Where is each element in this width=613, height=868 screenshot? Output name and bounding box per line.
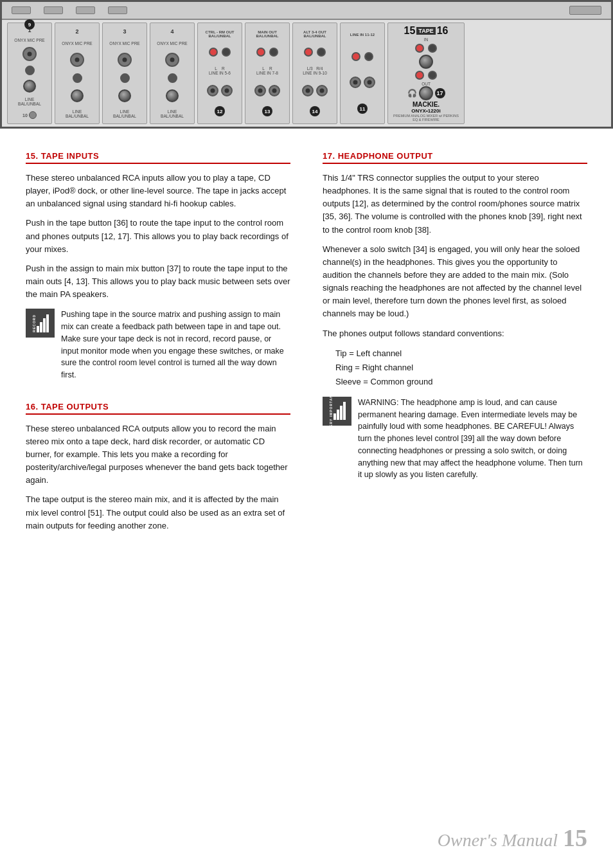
warning-icon-17: VERY IMPORTANT [323,397,351,426]
page-footer: Owner's Manual 15 [438,824,587,852]
section-16-block: 16. TAPE OUTPUTS These stereo unbalanced… [26,402,290,532]
xlr-11 [350,77,361,88]
headphone-icon: 🎧 [407,89,417,98]
section-17-warning: VERY IMPORTANT WARNING: The headphone am… [323,397,587,487]
tape-out-l [415,71,424,80]
tape-in-label: IN [424,37,429,42]
tape-in-r [428,44,437,53]
line11-rca-pair [351,52,373,61]
xlr-3 [118,53,132,67]
line11-rca-l [351,52,360,61]
main-rca-pair [256,48,278,57]
connector-1 [12,6,31,14]
section-15-warning-text: Pushing tape in the source matrix and pu… [61,309,290,381]
connector-4 [108,6,127,14]
section-17-warning-text: WARNING: The headphone amp is loud, and … [358,397,587,481]
knob-1 [23,80,36,93]
ch2-bottom-label: LINEBAL/UNBAL [66,109,89,118]
tape-out-rca [415,71,437,80]
hardware-diagram: 9 1 ONYX MIC PRE LINEBAL/UNBAL 10 2 ONYX… [0,0,613,129]
badge-14: 14 [310,106,320,116]
xlr-8 [269,85,280,96]
section-17-para3: The phones output follows standard conve… [323,327,587,340]
headphone-knob [419,86,433,100]
xlr-9 [302,85,314,96]
channel-4: 4 ONYX MIC PRE LINEBAL/UNBAL [150,23,195,124]
xlr-6 [221,85,233,96]
meter-bars-17 [333,402,346,420]
onyx-logo: ONYX•1220i [391,108,461,114]
section-16-title: 16. TAPE OUTPUTS [26,402,290,415]
badge-12: 12 [215,106,225,116]
mackie-logo: MACKIE. [391,101,461,108]
section-15-title: 15. TAPE INPUTS [26,151,290,164]
section-15-block: 15. TAPE INPUTS These stereo unbalanced … [26,151,290,388]
ch1-bottom-label: LINEBAL/UNBAL [18,97,41,106]
alt-rca-r [317,48,326,57]
content-area: 15. TAPE INPUTS These stereo unbalanced … [0,145,613,565]
tape-out-r [428,71,437,80]
knob-3 [118,89,131,102]
section-16-content: These stereo unbalanced RCA outputs allo… [26,422,290,532]
alt-rca-pair [304,48,326,57]
ring-text: Ring = Right channel [335,361,587,375]
channel-2: 2 ONYX MIC PRE LINEBAL/UNBAL [55,23,100,124]
channel-3-number: 3 [123,28,126,35]
tape-label: TAPE [416,27,435,35]
alt-out: ALT 3-4 OUTBAL/UNBAL L/3 R/4LINE IN 9-10… [292,23,337,124]
section-15-para2: Push in the tape button [36] to route th… [26,217,290,255]
badge-13: 13 [262,106,272,116]
ch3-bottom-label: LINEBAL/UNBAL [113,109,136,118]
trs-2 [73,73,82,83]
badge-17: 17 [435,88,445,98]
tape-16-num: 16 [437,25,449,37]
line11-rca-r [364,52,373,61]
section-16-para2: The tape output is the stereo main mix, … [26,493,290,532]
product-tagline: PREMIUM ANALOG MIXER w/ PERKINS EQ & FIR… [391,114,461,122]
ch4-label: ONYX MIC PRE [157,41,187,46]
xlr-2 [70,53,84,67]
main-rca-r [269,48,278,57]
main-line-label: L RLINE IN 7-8 [256,66,278,75]
xlr-10 [316,85,328,96]
channel-1: 9 1 ONYX MIC PRE LINEBAL/UNBAL 10 [7,23,52,124]
record-label: RECORD [32,314,36,332]
ch2-label: ONYX MIC PRE [62,41,92,46]
line-in-11-12: LINE IN 11-12 11 [340,23,385,124]
right-panel: 15 TAPE 16 IN OUT [387,23,465,124]
page-number: 15 [563,824,587,852]
section-17-content: This 1/4" TRS connector supplies the out… [323,172,587,487]
hardware-body: 9 1 ONYX MIC PRE LINEBAL/UNBAL 10 2 ONYX… [2,20,611,127]
channel-2-number: 2 [75,28,78,35]
rca-l [209,48,218,57]
section-16-para1: These stereo unbalanced RCA outputs allo… [26,422,290,487]
line11-12-label: LINE IN 11-12 [350,33,375,37]
channel-4-number: 4 [170,28,173,35]
top-connector-bar [2,2,611,20]
section-17-block: 17. HEADPHONE OUTPUT This 1/4" TRS conne… [323,151,587,487]
sleeve-text: Sleeve = Common ground [335,375,587,389]
badge-11: 11 [357,104,368,114]
right-column: 17. HEADPHONE OUTPUT This 1/4" TRS conne… [316,151,587,539]
tape-out-label: OUT [422,82,431,86]
very-important-label: VERY IMPORTANT [329,392,333,429]
ch3-label: ONYX MIC PRE [109,41,139,46]
ctrl-label: CTRL - RM OUTBAL/UNBAL [206,30,235,38]
xlr-12 [364,77,375,88]
ch1-label: ONYX MIC PRE [14,38,44,42]
tip-text: Tip = Left channel [335,347,587,361]
ctrl-rm-out: CTRL - RM OUTBAL/UNBAL L RLINE IN 5-6 12 [197,23,242,124]
trs-4 [168,73,177,83]
badge-9: 9 [24,19,35,30]
xlr-4 [165,53,179,67]
connector-3 [76,6,95,14]
channel-3: 3 ONYX MIC PRE LINEBAL/UNBAL [102,23,147,124]
section-15-content: These stereo unbalanced RCA inputs allow… [26,172,290,388]
tape-15-num: 15 [404,25,416,37]
connector-right [569,6,601,15]
left-column: 15. TAPE INPUTS These stereo unbalanced … [26,151,297,539]
meter-bars-15 [37,314,49,332]
tape-knob [419,55,433,69]
tape-header: 15 TAPE 16 [391,25,461,37]
trs-3 [120,73,130,83]
